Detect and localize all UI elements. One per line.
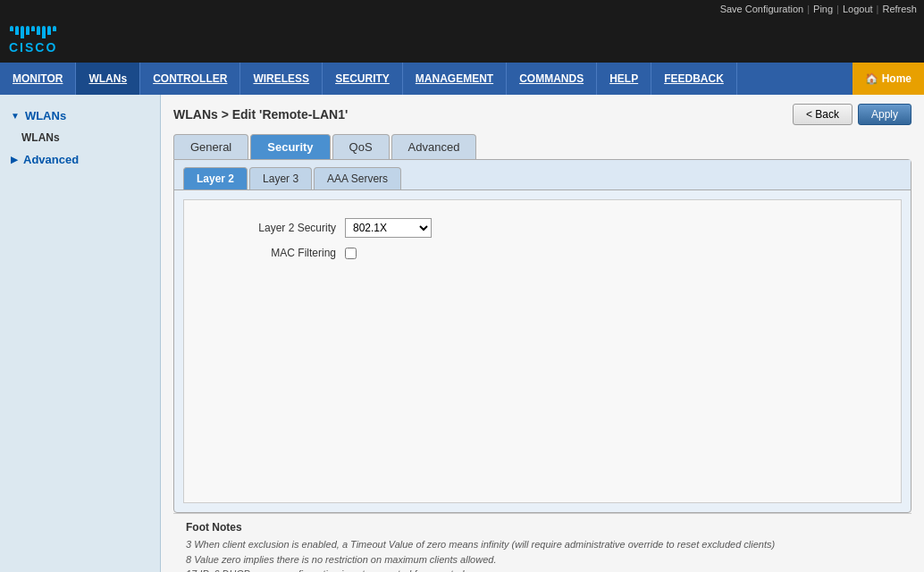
footnote-2: 8 Value zero implies there is no restric… [186, 552, 899, 568]
main-nav: MONITOR WLANs CONTROLLER WIRELESS SECURI… [0, 63, 924, 95]
tab-general[interactable]: General [173, 134, 248, 159]
main-content: WLANs > Edit 'Remote-LAN1' < Back Apply … [161, 95, 924, 572]
layer2-security-row: Layer 2 Security None WPA+WPA2 802.1X St… [202, 218, 883, 238]
sidebar-advanced-label: Advanced [23, 153, 79, 166]
nav-help[interactable]: HELP [597, 63, 651, 95]
sidebar: ▼ WLANs WLANs ▶ Advanced [0, 95, 161, 572]
mac-filtering-row: MAC Filtering [202, 247, 883, 259]
home-label: Home [882, 72, 911, 85]
apply-button[interactable]: Apply [858, 104, 911, 125]
tab-security[interactable]: Security [250, 134, 330, 159]
nav-feedback[interactable]: FEEDBACK [651, 63, 737, 95]
advanced-arrow-icon: ▶ [11, 155, 18, 164]
mac-filtering-control [345, 248, 357, 259]
cisco-logo: CISCO [9, 26, 57, 55]
sidebar-wlans-label: WLANs [25, 109, 66, 122]
nav-home[interactable]: 🏠 Home [853, 63, 924, 95]
action-buttons: < Back Apply [793, 104, 911, 125]
layer2-security-select[interactable]: None WPA+WPA2 802.1X Static WEP CKIP [345, 218, 432, 238]
tab-layer2[interactable]: Layer 2 [183, 167, 248, 189]
mac-filtering-checkbox[interactable] [345, 248, 357, 259]
nav-security[interactable]: SECURITY [323, 63, 403, 95]
save-config-link[interactable]: Save Configuration [720, 4, 804, 14]
back-button[interactable]: < Back [793, 104, 853, 125]
layer2-security-label: Layer 2 Security [202, 222, 345, 234]
logo-waves [10, 26, 56, 38]
breadcrumb-bar: WLANs > Edit 'Remote-LAN1' < Back Apply [173, 104, 911, 125]
footnotes-title: Foot Notes [186, 521, 899, 534]
footnotes: Foot Notes 3 When client exclusion is en… [173, 513, 911, 572]
header: CISCO [0, 18, 924, 63]
tab-advanced[interactable]: Advanced [391, 134, 477, 159]
logout-link[interactable]: Logout [843, 4, 873, 14]
main-tab-bar: General Security QoS Advanced [173, 134, 911, 159]
inner-tab-bar: Layer 2 Layer 3 AAA Servers [174, 160, 911, 190]
nav-wlans[interactable]: WLANs [76, 63, 140, 95]
tab-qos[interactable]: QoS [332, 134, 390, 159]
nav-management[interactable]: MANAGEMENT [403, 63, 507, 95]
inner-content: Layer 2 Security None WPA+WPA2 802.1X St… [183, 199, 902, 503]
footnote-1: 3 When client exclusion is enabled, a Ti… [186, 537, 899, 552]
breadcrumb: WLANs > Edit 'Remote-LAN1' [173, 107, 348, 122]
nav-wireless[interactable]: WIRELESS [240, 63, 323, 95]
sidebar-wlans-group[interactable]: ▼ WLANs [0, 104, 160, 128]
layer2-security-control: None WPA+WPA2 802.1X Static WEP CKIP [345, 218, 432, 238]
tab-aaa-servers[interactable]: AAA Servers [314, 167, 401, 189]
ping-link[interactable]: Ping [813, 4, 833, 14]
sidebar-item-wlans[interactable]: WLANs [0, 128, 160, 147]
refresh-link[interactable]: Refresh [882, 4, 917, 14]
top-bar: Save Configuration | Ping | Logout | Ref… [0, 0, 924, 18]
nav-commands[interactable]: COMMANDS [507, 63, 597, 95]
tab-layer3[interactable]: Layer 3 [249, 167, 312, 189]
layout: ▼ WLANs WLANs ▶ Advanced WLANs > Edit 'R… [0, 95, 924, 572]
sidebar-advanced-group[interactable]: ▶ Advanced [0, 147, 160, 172]
nav-controller[interactable]: CONTROLLER [140, 63, 240, 95]
home-icon: 🏠 [865, 72, 878, 85]
mac-filtering-label: MAC Filtering [202, 247, 345, 259]
content-panel: Layer 2 Layer 3 AAA Servers Layer 2 Secu… [173, 159, 911, 513]
cisco-text: CISCO [9, 40, 57, 55]
nav-monitor[interactable]: MONITOR [0, 63, 76, 95]
footnote-3: 17 IPv6 DHCP server configuration is not… [186, 567, 899, 572]
collapse-icon: ▼ [11, 111, 20, 121]
